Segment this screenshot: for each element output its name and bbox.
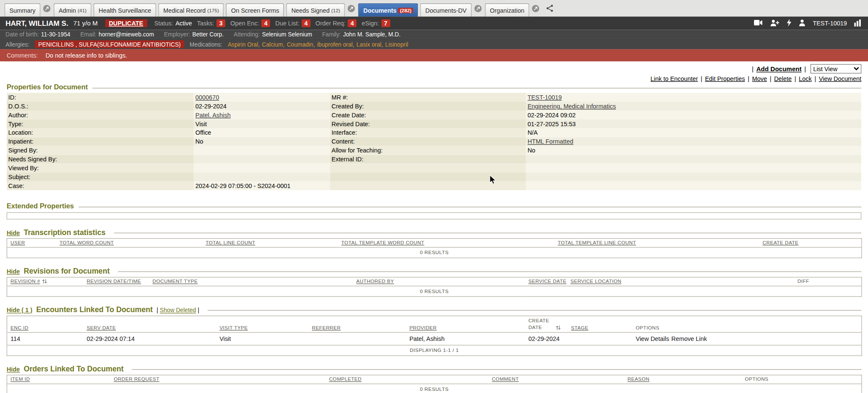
tab-needs-signed[interactable]: Needs Signed(12) <box>287 3 345 17</box>
referrer-cell <box>309 332 406 345</box>
column-header[interactable]: STAGE <box>568 316 632 333</box>
user-icon[interactable] <box>799 19 806 28</box>
document-id-link[interactable]: 0000670 <box>195 94 219 101</box>
section-title: Extended Properties <box>7 202 74 210</box>
column-header[interactable]: SERV DATE <box>83 316 216 333</box>
tab-popout-icon[interactable] <box>474 5 481 12</box>
show-deleted-link[interactable]: Show Deleted <box>160 307 196 313</box>
column-header[interactable]: SERVICE DATE <box>525 277 567 286</box>
link-to-encounter-link[interactable]: Link to Encounter <box>651 75 698 82</box>
video-icon[interactable] <box>754 19 763 27</box>
medication-link[interactable]: Lisinopril <box>385 41 408 48</box>
medication-link[interactable]: Lasix oral, <box>356 41 383 48</box>
document-action-links: Link to Encounter | Edit Properties | Mo… <box>7 74 862 83</box>
serv-date-cell: 02-29-2024 07:14 <box>83 332 216 345</box>
column-header[interactable]: COMMENT <box>489 375 624 384</box>
add-document-link[interactable]: Add Document <box>756 66 801 72</box>
tab-admin[interactable]: Admin(41) <box>54 3 92 17</box>
view-mode-select[interactable]: List View <box>810 64 861 73</box>
column-header[interactable]: ORDER REQUEST <box>111 375 326 384</box>
prop-label: Viewed By: <box>7 163 194 172</box>
section-title: Orders Linked To Document <box>24 365 124 374</box>
tab-health-surveillance[interactable]: Health Surveillance <box>94 3 156 17</box>
prop-value <box>526 155 862 163</box>
column-header[interactable]: REVISION # <box>7 277 83 286</box>
tab-popout-icon[interactable] <box>532 5 540 12</box>
column-header[interactable]: COMPLETED <box>326 375 489 384</box>
prop-label: Subject: <box>7 172 194 181</box>
share-icon[interactable] <box>546 4 554 12</box>
tab-organization[interactable]: Organization <box>485 3 529 17</box>
column-header[interactable]: REASON <box>624 375 742 384</box>
column-header[interactable]: TOTAL LINE COUNT <box>202 238 338 247</box>
move-link[interactable]: Move <box>752 75 767 82</box>
hide-revisions-link[interactable]: Hide <box>7 268 20 274</box>
allergy-badge[interactable]: PENICILLINS , SULFA(SULFONAMIDE ANTIBIOT… <box>35 40 184 48</box>
email-value: horner@mieweb.com <box>99 31 154 38</box>
chart-icon[interactable] <box>854 19 862 28</box>
tab-on-screen-forms[interactable]: On Screen Forms <box>226 3 284 17</box>
comments-bar: Comments: Do not release info to sibling… <box>0 49 868 61</box>
content-format-link[interactable]: HTML Formatted <box>528 138 573 145</box>
tasks-count-badge[interactable]: 3 <box>217 19 225 27</box>
column-header[interactable]: REVISION DATE/TIME <box>83 277 149 286</box>
medication-link[interactable]: Calcium, <box>262 41 284 48</box>
prop-value <box>526 163 862 172</box>
separator: | <box>157 307 159 313</box>
tab-summary[interactable]: Summary <box>4 3 40 17</box>
hide-orders-link[interactable]: Hide <box>7 366 20 373</box>
remove-link-link[interactable]: Remove Link <box>671 336 707 343</box>
medication-link[interactable]: Coumadin, <box>287 41 315 48</box>
lightning-icon[interactable] <box>787 19 792 28</box>
column-header[interactable]: DOCUMENT TYPE <box>149 277 353 286</box>
tab-count: (41) <box>78 8 86 13</box>
lock-link[interactable]: Lock <box>799 75 812 82</box>
created-by-link[interactable]: Engineering, Medical Informatics <box>528 103 616 110</box>
column-header[interactable]: REFERRER <box>309 316 406 333</box>
esign-count-badge[interactable]: 7 <box>381 19 390 27</box>
mr-number-link[interactable]: TEST-10019 <box>528 94 562 101</box>
dob-label: Date of birth: <box>6 31 39 38</box>
due-list-count-badge[interactable]: 4 <box>301 19 310 27</box>
medication-link[interactable]: Aspirin Oral, <box>228 41 259 48</box>
column-header[interactable]: PROVIDER <box>406 316 525 333</box>
tab-label: Medical Record <box>163 7 206 14</box>
column-header[interactable]: TOTAL WORD COUNT <box>56 238 203 247</box>
column-header[interactable]: AUTHORED BY <box>353 277 525 286</box>
column-header[interactable]: TOTAL TEMPLATE LINE COUNT <box>554 238 759 247</box>
tab-documents-dv[interactable]: Documents-DV <box>420 3 472 17</box>
tab-popout-icon[interactable] <box>348 5 355 12</box>
delete-link[interactable]: Delete <box>774 75 792 82</box>
add-user-icon[interactable] <box>770 19 779 28</box>
table-row: Type:VisitRevised Date:01-27-2025 15:53 <box>7 119 862 128</box>
author-link[interactable]: Patel, Ashish <box>195 112 231 119</box>
hide-encounters-link[interactable]: Hide ( 1 ) <box>7 307 33 313</box>
orders-section: Hide Orders Linked To Document ITEM ID O… <box>7 365 862 393</box>
tab-medical-record[interactable]: Medical Record(175) <box>159 3 224 17</box>
column-header[interactable]: CREATE DATE <box>759 238 862 247</box>
prop-value <box>526 172 862 181</box>
open-enc-count-badge[interactable]: 4 <box>262 19 270 27</box>
tab-popout-icon[interactable] <box>43 5 50 12</box>
table-row: Signed By:Allow for Teaching:No <box>7 146 862 155</box>
column-header[interactable]: VISIT TYPE <box>216 316 309 333</box>
column-header[interactable]: ITEM ID <box>7 375 110 384</box>
duplicate-flag[interactable]: DUPLICATE <box>105 19 147 27</box>
section-title: Transcription statistics <box>24 228 106 237</box>
order-req-count-badge[interactable]: 4 <box>348 19 357 27</box>
prop-label: Author: <box>7 111 194 119</box>
hide-transcription-link[interactable]: Hide <box>7 229 20 236</box>
column-header[interactable]: CREATE DATE <box>525 316 568 333</box>
view-details-link[interactable]: View Details <box>636 336 669 343</box>
tab-documents[interactable]: Documents(282) <box>359 3 418 17</box>
column-header[interactable]: SERVICE LOCATION <box>567 277 794 286</box>
view-document-link[interactable]: View Document <box>819 75 861 82</box>
table-row: Viewed By: <box>7 163 862 172</box>
encounter-row: 114 02-29-2024 07:14 Visit Patel, Ashish… <box>7 332 862 345</box>
column-header[interactable]: USER <box>7 238 56 247</box>
edit-properties-link[interactable]: Edit Properties <box>705 75 745 82</box>
column-header[interactable]: ENC ID <box>7 316 83 333</box>
results-count: 0 RESULTS <box>7 286 862 296</box>
medication-link[interactable]: ibuprofen oral, <box>317 41 354 48</box>
column-header[interactable]: TOTAL TEMPLATE WORD COUNT <box>338 238 554 247</box>
